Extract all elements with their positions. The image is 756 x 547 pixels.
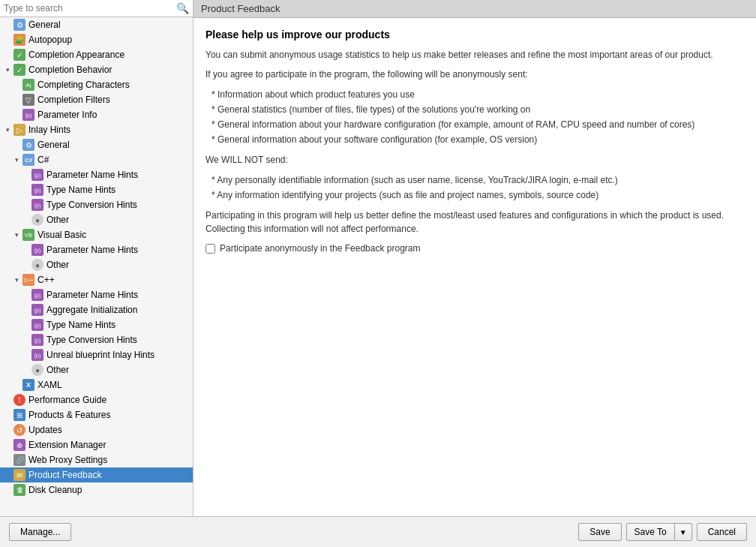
bottom-right: Save Save To ▼ Cancel bbox=[578, 523, 747, 541]
tree-item-label-products: Products & Features bbox=[28, 410, 110, 420]
tree-item-parameter-info[interactable]: (p)Parameter Info bbox=[0, 107, 193, 122]
tree-item-cpp-unreal[interactable]: (p)Unreal blueprint Inlay Hints bbox=[0, 347, 193, 362]
tree-item-ext-manager[interactable]: ⊕Extension Manager bbox=[0, 437, 193, 452]
intro-text: You can submit anonymous usage statistic… bbox=[206, 48, 744, 62]
tree-item-completion-filters[interactable]: ▽Completion Filters bbox=[0, 92, 193, 107]
expand-arrow: ▾ bbox=[12, 155, 21, 164]
gear-icon: ⚙ bbox=[22, 139, 34, 151]
search-icon: 🔍 bbox=[176, 2, 189, 14]
tree-item-cpp-typeconv[interactable]: (p)Type Conversion Hints bbox=[0, 332, 193, 347]
checkbox-label[interactable]: Participate anonymously in the Feedback … bbox=[220, 243, 420, 254]
no-expand-arrow bbox=[21, 200, 30, 209]
panel-title: Product Feedback bbox=[201, 3, 280, 14]
no-expand-arrow bbox=[3, 470, 12, 479]
tree-item-csharp-typename[interactable]: (p)Type Name Hints bbox=[0, 182, 193, 197]
tree-item-autopopup[interactable]: 🧩Autopopup bbox=[0, 32, 193, 47]
tree-item-label-web-proxy: Web Proxy Settings bbox=[28, 455, 107, 465]
tree-item-label-parameter-info: Parameter Info bbox=[38, 110, 97, 120]
will-send-list: Information about which product features… bbox=[212, 87, 744, 147]
puzzle-icon: 🧩 bbox=[14, 34, 26, 46]
participate-intro: If you agree to participate in the progr… bbox=[206, 68, 744, 81]
tree-item-csharp-param[interactable]: (p)Parameter Name Hints bbox=[0, 167, 193, 182]
no-expand-arrow bbox=[21, 350, 30, 359]
search-input[interactable] bbox=[4, 3, 176, 14]
tree-item-disk-cleanup[interactable]: 🗑Disk Cleanup bbox=[0, 482, 193, 497]
tree-item-cpp-param[interactable]: (p)Parameter Name Hints bbox=[0, 287, 193, 302]
will-not-send-item: Any personally identifiable information … bbox=[212, 173, 744, 188]
csharp-icon: C# bbox=[22, 154, 34, 166]
tree-container: ⚙General🧩Autopopup✓Completion Appearance… bbox=[0, 17, 193, 516]
panel-main-title: Please help us improve our products bbox=[206, 29, 744, 41]
tree-item-label-csharp: C# bbox=[38, 155, 49, 165]
no-expand-arrow bbox=[12, 95, 21, 104]
tree-item-xaml[interactable]: XXAML bbox=[0, 377, 193, 392]
tree-item-general[interactable]: ⚙General bbox=[0, 17, 193, 32]
param-icon: (p) bbox=[32, 199, 44, 211]
tree-item-completion-appearance[interactable]: ✓Completion Appearance bbox=[0, 47, 193, 62]
tree-item-label-vb-other: Other bbox=[46, 260, 69, 270]
no-expand-arrow bbox=[21, 185, 30, 194]
tree-item-vb-other[interactable]: ●Other bbox=[0, 257, 193, 272]
tree-item-updates[interactable]: ↺Updates bbox=[0, 422, 193, 437]
expand-arrow: ▾ bbox=[12, 275, 21, 284]
gear-icon: ⚙ bbox=[14, 19, 26, 31]
no-expand-arrow bbox=[21, 260, 30, 269]
tree-item-vb-param[interactable]: (p)Parameter Name Hints bbox=[0, 242, 193, 257]
save-to-dropdown-arrow[interactable]: ▼ bbox=[675, 525, 692, 539]
cpp-icon: C++ bbox=[22, 274, 34, 286]
tree-item-cpp[interactable]: ▾C++C++ bbox=[0, 272, 193, 287]
expand-arrow: ▾ bbox=[3, 125, 12, 134]
tree-item-label-completion-behavior: Completion Behavior bbox=[28, 65, 112, 75]
manage-button[interactable]: Manage... bbox=[9, 523, 71, 541]
tree-item-inlay-general[interactable]: ⚙General bbox=[0, 137, 193, 152]
other-icon: ● bbox=[32, 364, 44, 376]
no-expand-arrow bbox=[3, 35, 12, 44]
left-panel: 🔍 ⚙General🧩Autopopup✓Completion Appearan… bbox=[0, 0, 194, 516]
tree-item-label-disk-cleanup: Disk Cleanup bbox=[28, 485, 82, 495]
tree-item-vb[interactable]: ▾VBVisual Basic bbox=[0, 227, 193, 242]
tree-item-label-completion-appearance: Completion Appearance bbox=[28, 50, 124, 60]
completion-icon: ✓ bbox=[14, 49, 26, 61]
tree-item-product-feedback[interactable]: ✉Product Feedback bbox=[0, 467, 193, 482]
tree-item-cpp-other[interactable]: ●Other bbox=[0, 362, 193, 377]
param-icon: (p) bbox=[32, 334, 44, 346]
tree-item-inlay-hints[interactable]: ▾▷Inlay Hints bbox=[0, 122, 193, 137]
tree-item-label-cpp: C++ bbox=[38, 275, 55, 285]
tree-item-perf-guide[interactable]: !Performance Guide bbox=[0, 392, 193, 407]
tree-item-csharp-typeconv[interactable]: (p)Type Conversion Hints bbox=[0, 197, 193, 212]
tree-item-label-vb: Visual Basic bbox=[38, 230, 86, 240]
feedback-checkbox[interactable] bbox=[206, 244, 215, 254]
tree-item-web-proxy[interactable]: 🔗Web Proxy Settings bbox=[0, 452, 193, 467]
tree-item-cpp-aggregate[interactable]: (p)Aggregate Initialization bbox=[0, 302, 193, 317]
no-expand-arrow bbox=[12, 140, 21, 149]
search-box[interactable]: 🔍 bbox=[0, 0, 193, 17]
tree-item-csharp-other[interactable]: ●Other bbox=[0, 212, 193, 227]
no-expand-arrow bbox=[21, 290, 30, 299]
param-icon: (p) bbox=[22, 109, 34, 121]
tree-item-label-autopopup: Autopopup bbox=[28, 35, 72, 45]
tree-item-csharp[interactable]: ▾C#C# bbox=[0, 152, 193, 167]
cancel-button[interactable]: Cancel bbox=[697, 523, 747, 541]
no-expand-arrow bbox=[3, 20, 12, 29]
will-not-label: We WILL NOT send: bbox=[206, 153, 744, 167]
tree-item-label-inlay-hints: Inlay Hints bbox=[28, 125, 70, 135]
tree-item-label-cpp-typeconv: Type Conversion Hints bbox=[46, 335, 137, 345]
inlay-icon: ▷ bbox=[14, 124, 26, 136]
checkbox-row[interactable]: Participate anonymously in the Feedback … bbox=[206, 243, 744, 254]
footer-text: Participating in this program will help … bbox=[206, 209, 744, 236]
param-icon: (p) bbox=[32, 304, 44, 316]
save-to-button[interactable]: Save To ▼ bbox=[626, 523, 692, 541]
panel-title-bar: Product Feedback bbox=[194, 0, 756, 18]
no-expand-arrow bbox=[21, 215, 30, 224]
filter-icon: ▽ bbox=[22, 94, 34, 106]
save-to-label[interactable]: Save To bbox=[627, 524, 675, 540]
tree-item-label-cpp-aggregate: Aggregate Initialization bbox=[46, 305, 137, 315]
tree-item-completion-behavior[interactable]: ▾✓Completion Behavior bbox=[0, 62, 193, 77]
tree-item-label-cpp-unreal: Unreal blueprint Inlay Hints bbox=[46, 350, 154, 360]
save-button[interactable]: Save bbox=[578, 523, 621, 541]
no-expand-arrow bbox=[21, 170, 30, 179]
will-send-item: General information about your software … bbox=[212, 132, 744, 147]
tree-item-cpp-typename[interactable]: (p)Type Name Hints bbox=[0, 317, 193, 332]
tree-item-completing-characters[interactable]: A|Completing Characters bbox=[0, 77, 193, 92]
tree-item-products[interactable]: ⊞Products & Features bbox=[0, 407, 193, 422]
